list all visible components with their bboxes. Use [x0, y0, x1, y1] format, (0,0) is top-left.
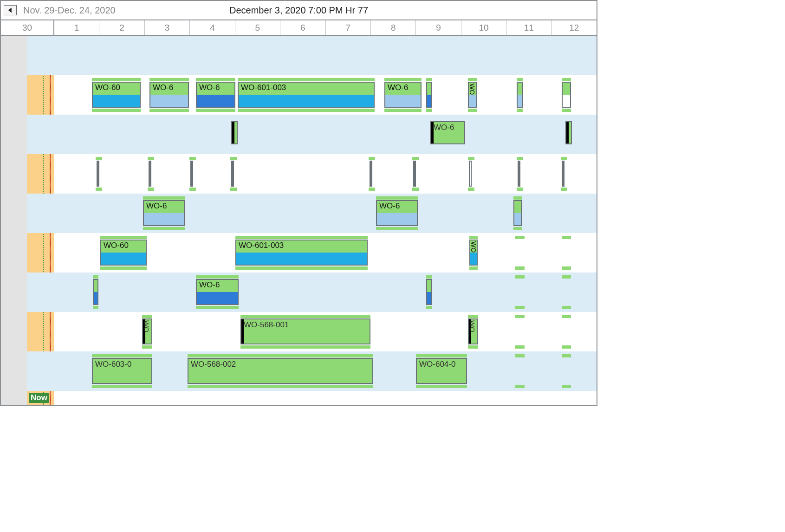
timeline-col[interactable]: 10 — [461, 20, 506, 35]
slot-marker — [93, 275, 98, 279]
timeline-col[interactable]: 12 — [552, 20, 597, 35]
gantt-row: WO-60WO-601-003WO — [27, 233, 597, 272]
timeline-col[interactable]: 3 — [145, 20, 190, 35]
milestone-marker[interactable] — [370, 161, 372, 187]
timeline-col[interactable]: 11 — [506, 20, 551, 35]
work-order-bar[interactable] — [426, 82, 432, 108]
timeline-columns: 123456789101112 — [54, 20, 597, 35]
work-order-progress — [236, 253, 367, 265]
timeline-col[interactable]: 4 — [190, 20, 235, 35]
slot-marker — [426, 78, 432, 81]
slot-marker — [235, 266, 368, 270]
work-order-bar[interactable]: WO — [142, 318, 152, 344]
timeline-col-first[interactable]: 30 — [1, 20, 54, 35]
slot-marker — [468, 78, 477, 81]
work-order-bar[interactable]: WO-604-0 — [416, 358, 467, 384]
slot-marker — [369, 157, 375, 160]
slot-marker — [562, 78, 571, 81]
work-order-progress — [197, 292, 238, 304]
work-order-bar[interactable]: WO-601-003 — [235, 240, 368, 266]
work-order-bar[interactable]: WO-568-002 — [188, 358, 373, 384]
milestone-marker[interactable] — [562, 161, 564, 187]
work-order-label — [563, 83, 570, 95]
slot-marker — [515, 275, 525, 279]
timeline-col[interactable]: 6 — [280, 20, 325, 35]
gantt-grid[interactable]: Now WO-60WO-6WO-6WO-601-003WO-6WOWO-6WO-… — [1, 36, 597, 405]
timeline-col[interactable]: 8 — [371, 20, 416, 35]
slot-marker — [515, 306, 525, 309]
work-order-label: WO-6 — [377, 201, 417, 213]
work-order-progress — [469, 95, 476, 107]
slot-marker — [149, 109, 189, 112]
gantt-row: WO-60WO-6WO-6WO-601-003WO-6WO — [27, 75, 597, 115]
work-order-bar[interactable]: WO-6 — [430, 121, 465, 144]
work-order-bar[interactable] — [513, 200, 522, 226]
slot-marker — [149, 78, 189, 81]
slot-marker — [515, 345, 525, 349]
gantt-row — [27, 154, 597, 194]
slot-marker — [143, 227, 185, 230]
work-order-bar[interactable]: WO-603-0 — [92, 358, 152, 384]
milestone-marker[interactable] — [97, 161, 99, 187]
slot-marker — [515, 315, 525, 318]
slot-marker — [515, 266, 525, 270]
milestone-marker[interactable] — [413, 161, 416, 187]
milestone-marker[interactable] — [231, 161, 234, 187]
slot-marker — [416, 354, 467, 357]
work-order-bar[interactable]: WO — [468, 82, 477, 108]
milestone-marker[interactable] — [469, 161, 472, 187]
slot-marker — [426, 275, 432, 279]
svg-marker-0 — [8, 7, 12, 13]
slot-marker — [196, 275, 239, 279]
timeline-col[interactable]: 2 — [99, 20, 144, 35]
work-order-bar[interactable]: WO-6 — [376, 200, 418, 226]
work-order-bar[interactable] — [565, 121, 572, 144]
work-order-bar[interactable] — [231, 121, 238, 144]
work-order-bar[interactable]: WO-601-003 — [238, 82, 375, 108]
work-order-progress — [197, 95, 234, 107]
slot-marker — [92, 354, 152, 357]
slot-marker — [230, 188, 237, 191]
milestone-marker[interactable] — [149, 161, 151, 187]
date-range-label: Nov. 29-Dec. 24, 2020 — [23, 5, 116, 16]
timeline-col[interactable]: 7 — [326, 20, 371, 35]
slot-marker — [376, 196, 418, 200]
slot-marker — [562, 354, 571, 357]
work-order-bar[interactable] — [93, 279, 98, 305]
timeline-col[interactable]: 9 — [416, 20, 461, 35]
slot-marker — [96, 157, 102, 160]
slot-marker — [468, 315, 478, 318]
work-order-progress — [377, 213, 417, 225]
work-order-bar[interactable]: WO-6 — [196, 82, 235, 108]
slot-marker — [196, 78, 235, 81]
gantt-row: WO-603-0WO-568-002WO-604-0 — [27, 351, 597, 391]
work-order-label — [427, 83, 432, 95]
slot-marker — [561, 157, 567, 160]
prev-button[interactable] — [4, 5, 17, 15]
work-order-bar[interactable]: WO-568-001 — [240, 318, 370, 344]
work-order-bar[interactable]: WO-6 — [196, 279, 239, 305]
timeline-col[interactable]: 1 — [54, 20, 99, 35]
work-order-bar[interactable] — [517, 82, 523, 108]
slot-marker — [468, 345, 478, 349]
work-order-progress — [93, 95, 140, 107]
work-order-bar[interactable]: WO-6 — [384, 82, 422, 108]
milestone-marker[interactable] — [190, 161, 193, 187]
milestone-marker[interactable] — [518, 161, 520, 187]
work-order-bar[interactable] — [426, 279, 432, 305]
work-order-bar[interactable]: WO — [468, 318, 478, 344]
work-order-label: WO-6 — [150, 83, 188, 95]
slot-marker — [562, 345, 571, 349]
work-order-progress — [150, 95, 188, 107]
work-order-bar[interactable]: WO — [469, 240, 478, 266]
work-order-bar[interactable]: WO-60 — [100, 240, 147, 266]
slot-marker — [100, 236, 147, 239]
work-order-bar[interactable]: WO-6 — [143, 200, 185, 226]
work-order-label: WO-601-003 — [239, 83, 374, 95]
work-order-bar[interactable] — [562, 82, 571, 108]
work-order-bar[interactable]: WO-60 — [92, 82, 141, 108]
header-bar: Nov. 29-Dec. 24, 2020 December 3, 2020 7… — [1, 1, 597, 20]
timeline-col[interactable]: 5 — [235, 20, 280, 35]
work-order-bar[interactable]: WO-6 — [149, 82, 189, 108]
slot-marker — [188, 385, 373, 388]
